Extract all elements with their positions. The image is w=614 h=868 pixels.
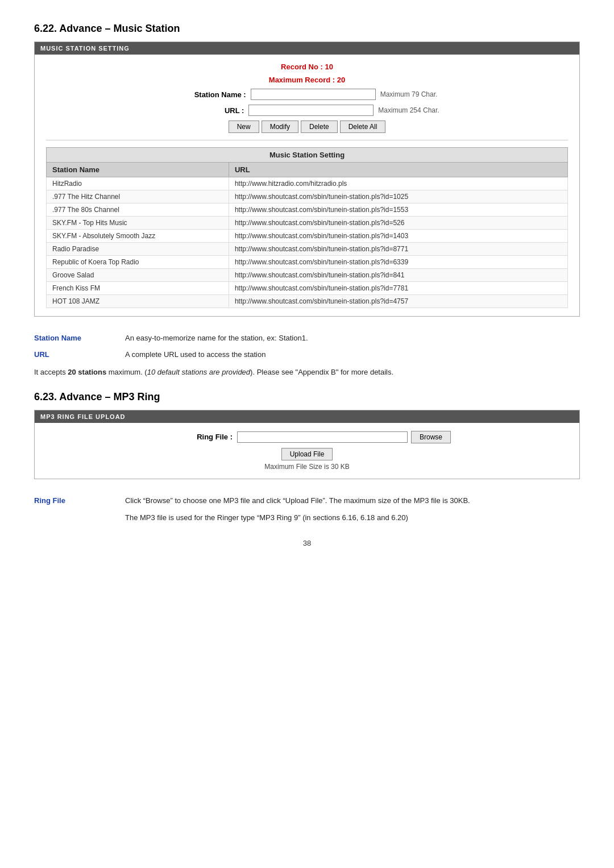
section-622-heading: 6.22. Advance – Music Station	[34, 23, 580, 35]
table-row: HOT 108 JAMZhttp://www.shoutcast.com/sbi…	[47, 295, 568, 308]
station-name-cell: French Kiss FM	[47, 282, 229, 295]
max-record-num: 20	[337, 76, 345, 84]
station-name-cell: .977 The Hitz Channel	[47, 190, 229, 203]
station-name-input[interactable]	[251, 89, 376, 100]
max-record-row: Maximum Record : 20	[46, 76, 568, 84]
col-url: URL	[229, 163, 567, 177]
url-cell: http://www.shoutcast.com/sbin/tunein-sta…	[229, 256, 567, 269]
url-cell: http://www.shoutcast.com/sbin/tunein-sta…	[229, 295, 567, 308]
record-no-label: Record No :	[281, 63, 323, 71]
station-name-cell: HitzRadio	[47, 177, 229, 190]
url-hint: Maximum 254 Char.	[378, 106, 439, 114]
url-cell: http://www.shoutcast.com/sbin/tunein-sta…	[229, 269, 567, 282]
desc-url-def: A complete URL used to access the statio…	[125, 350, 580, 359]
url-cell: http://www.shoutcast.com/sbin/tunein-sta…	[229, 230, 567, 243]
station-table: Station Name URL HitzRadiohttp://www.hit…	[46, 162, 568, 308]
station-name-cell: .977 The 80s Channel	[47, 203, 229, 217]
new-button[interactable]: New	[229, 121, 259, 133]
table-row: SKY.FM - Top Hits Musichttp://www.shoutc…	[47, 217, 568, 230]
url-input[interactable]	[248, 105, 374, 116]
max-record-label: Maximum Record :	[269, 76, 335, 84]
music-station-body: Record No : 10 Maximum Record : 20 Stati…	[35, 55, 579, 316]
url-cell: http://www.shoutcast.com/sbin/tunein-sta…	[229, 282, 567, 295]
table-row: Republic of Koera Top Radiohttp://www.sh…	[47, 256, 568, 269]
desc-ring-row: Ring File Click “Browse” to choose one M…	[34, 496, 580, 522]
station-name-label: Station Name :	[177, 90, 251, 99]
table-row: Groove Saladhttp://www.shoutcast.com/sbi…	[47, 269, 568, 282]
desc-ring-def1: Click “Browse” to choose one MP3 file an…	[125, 496, 470, 505]
delete-all-button[interactable]: Delete All	[340, 121, 386, 133]
station-name-row: Station Name : Maximum 79 Char.	[46, 89, 568, 100]
section-623-heading: 6.23. Advance – MP3 Ring	[34, 391, 580, 403]
mp3-ring-body: Ring File : Browse Upload File Maximum F…	[35, 423, 579, 479]
table-row: .977 The 80s Channelhttp://www.shoutcast…	[47, 203, 568, 217]
upload-row: Upload File	[46, 448, 568, 460]
mp3-ring-box: MP3 RING FILE UPLOAD Ring File : Browse …	[34, 410, 580, 479]
station-name-cell: Groove Salad	[47, 269, 229, 282]
music-station-box: MUSIC STATION SETTING Record No : 10 Max…	[34, 41, 580, 317]
max-size-note: Maximum File Size is 30 KB	[46, 463, 568, 471]
ring-file-label: Ring File :	[163, 433, 237, 441]
table-row: French Kiss FMhttp://www.shoutcast.com/s…	[47, 282, 568, 295]
divider	[46, 140, 568, 140]
ring-file-row: Ring File : Browse	[46, 431, 568, 443]
action-buttons: New Modify Delete Delete All	[46, 121, 568, 133]
station-name-cell: Republic of Koera Top Radio	[47, 256, 229, 269]
desc-ring-term: Ring File	[34, 496, 125, 505]
browse-button[interactable]: Browse	[411, 431, 451, 443]
desc-station-def: An easy-to-memorize name for the station…	[125, 334, 580, 342]
desc-ring-def2: The MP3 file is used for the Ringer type…	[125, 513, 408, 522]
desc-section-622: Station Name An easy-to-memorize name fo…	[34, 334, 580, 359]
inner-table-title: Music Station Setting	[46, 147, 568, 162]
table-row: SKY.FM - Absolutely Smooth Jazzhttp://ww…	[47, 230, 568, 243]
url-label: URL :	[175, 106, 248, 115]
url-cell: http://www.shoutcast.com/sbin/tunein-sta…	[229, 190, 567, 203]
table-row: HitzRadiohttp://www.hitzradio.com/hitzra…	[47, 177, 568, 190]
desc-section-623: Ring File Click “Browse” to choose one M…	[34, 496, 580, 522]
mp3-ring-header: MP3 RING FILE UPLOAD	[35, 410, 579, 423]
desc-url-row: URL A complete URL used to access the st…	[34, 350, 580, 359]
desc-station-row: Station Name An easy-to-memorize name fo…	[34, 334, 580, 342]
col-station-name: Station Name	[47, 163, 229, 177]
table-row: .977 The Hitz Channelhttp://www.shoutcas…	[47, 190, 568, 203]
station-name-cell: HOT 108 JAMZ	[47, 295, 229, 308]
url-cell: http://www.hitzradio.com/hitzradio.pls	[229, 177, 567, 190]
modify-button[interactable]: Modify	[262, 121, 298, 133]
record-no-row: Record No : 10	[46, 63, 568, 71]
delete-button[interactable]: Delete	[301, 121, 338, 133]
bottom-note: It accepts 20 stations maximum. (10 defa…	[34, 367, 580, 379]
station-name-hint: Maximum 79 Char.	[380, 90, 438, 98]
table-row: Radio Paradisehttp://www.shoutcast.com/s…	[47, 243, 568, 256]
station-name-cell: SKY.FM - Absolutely Smooth Jazz	[47, 230, 229, 243]
url-cell: http://www.shoutcast.com/sbin/tunein-sta…	[229, 203, 567, 217]
page-number: 38	[34, 539, 580, 547]
ring-file-input[interactable]	[237, 431, 408, 443]
record-no-num: 10	[325, 63, 333, 71]
station-name-cell: Radio Paradise	[47, 243, 229, 256]
desc-ring-def: Click “Browse” to choose one MP3 file an…	[125, 496, 580, 522]
url-cell: http://www.shoutcast.com/sbin/tunein-sta…	[229, 217, 567, 230]
url-cell: http://www.shoutcast.com/sbin/tunein-sta…	[229, 243, 567, 256]
desc-station-term: Station Name	[34, 334, 125, 342]
station-name-cell: SKY.FM - Top Hits Music	[47, 217, 229, 230]
url-row: URL : Maximum 254 Char.	[46, 105, 568, 116]
desc-url-term: URL	[34, 350, 125, 359]
music-station-header: MUSIC STATION SETTING	[35, 42, 579, 55]
upload-button[interactable]: Upload File	[281, 448, 333, 460]
